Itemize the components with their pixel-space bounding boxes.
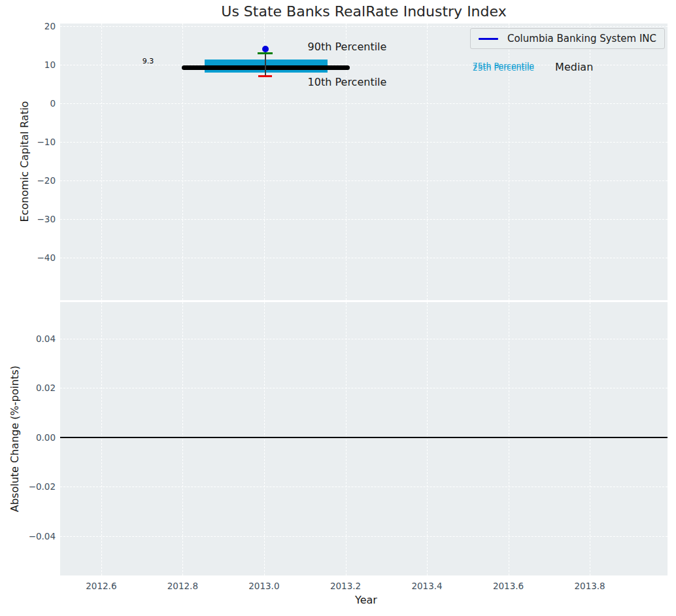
gridline-y-0 [60, 103, 668, 104]
y-tick-label: 0.04 [36, 334, 56, 344]
gridline-y-−0.04 [60, 536, 668, 537]
legend-label: Columbia Banking System INC [507, 33, 656, 44]
x-tick-label: 2013.0 [248, 581, 279, 591]
y-tick-label: −30 [37, 214, 56, 224]
x-tick-label: 2013.4 [411, 581, 442, 591]
legend-line-sample [479, 38, 498, 40]
industry-p90-cap [258, 52, 273, 55]
chart-title: Us State Banks RealRate Industry Index [60, 3, 668, 20]
industry-p10-cap [258, 75, 272, 77]
y-tick-label: 20 [44, 21, 56, 31]
gridline-x-2013.4 [427, 302, 428, 575]
gridline-y-−40 [60, 258, 668, 258]
x-tick-label: 2012.6 [86, 581, 116, 591]
p90-label: 90th Percentile [308, 41, 387, 53]
x-tick-label: 2013.6 [493, 581, 524, 591]
y-tick-label: −40 [37, 252, 56, 263]
chart-figure: Us State Banks RealRate Industry Index C… [0, 0, 676, 616]
gridline-y-−0.02 [60, 487, 668, 487]
y-axis-label-bottom: Absolute Change (%-points) [8, 366, 21, 512]
gridline-y-0.04 [60, 339, 668, 339]
gridline-y-20 [60, 26, 668, 27]
median-label: Median [555, 60, 593, 73]
axes-absolute-change [60, 302, 668, 575]
gridline-x-2012.6 [101, 302, 102, 575]
y-axis-label-top: Economic Capital Ratio [18, 101, 31, 222]
y-tick-label: −20 [37, 175, 56, 186]
x-tick-label: 2013.2 [330, 581, 361, 591]
gridline-y-−30 [60, 219, 668, 220]
gridline-y-0.02 [60, 388, 668, 388]
axes-economic-capital-ratio: Columbia Banking System INC 9.390th Perc… [60, 24, 668, 300]
y-tick-label: 0.02 [36, 383, 56, 393]
gridline-y-−20 [60, 180, 668, 181]
legend: Columbia Banking System INC [470, 28, 665, 49]
gridline-x-2013.2 [346, 302, 346, 575]
company-point-marker [262, 46, 269, 52]
gridline-x-2012.8 [182, 302, 183, 575]
gridline-x-2013.0 [264, 302, 265, 575]
zero-change-line [60, 437, 668, 438]
x-axis-label: Year [355, 594, 377, 606]
p10-label: 10th Percentile [308, 76, 387, 88]
gridline-x-2013.6 [509, 302, 509, 575]
y-tick-label: −0.02 [29, 481, 56, 492]
y-tick-label: 0.00 [36, 432, 56, 443]
y-tick-label: 10 [44, 60, 56, 70]
industry-median-line [182, 65, 350, 70]
y-tick-label: 0 [50, 98, 56, 109]
p25-label: 25th Percentile [473, 63, 534, 73]
x-tick-label: 2012.8 [167, 581, 198, 591]
median-value-label: 9.3 [143, 57, 154, 65]
y-tick-label: −10 [37, 137, 56, 147]
gridline-y-−10 [60, 142, 668, 143]
industry-whisker-line [265, 53, 266, 76]
gridline-x-2013.8 [590, 302, 590, 575]
x-tick-label: 2013.8 [574, 581, 605, 591]
y-tick-label: −0.04 [29, 531, 56, 541]
